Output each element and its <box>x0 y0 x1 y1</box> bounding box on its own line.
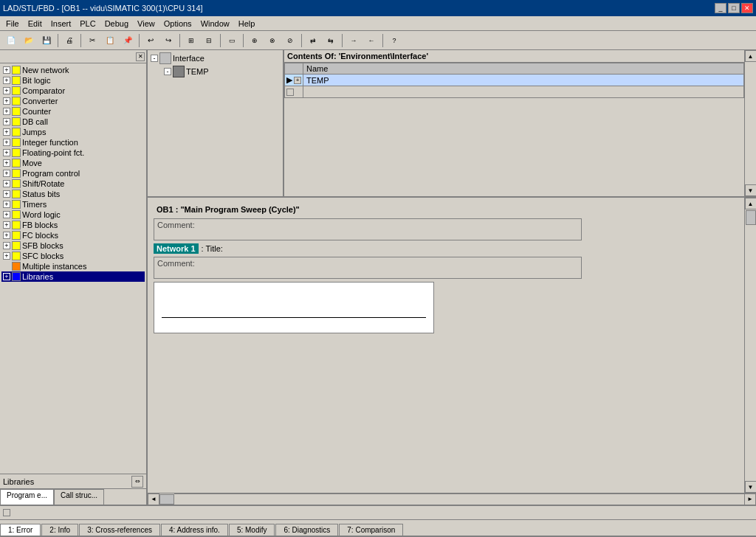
tb-undo[interactable]: ↩ <box>142 33 159 48</box>
expand-counter[interactable]: + <box>3 108 10 115</box>
tree-multiple-instances[interactable]: Multiple instances <box>1 261 145 271</box>
tree-new-network[interactable]: + New network <box>1 65 145 75</box>
info-close[interactable] <box>3 509 10 516</box>
expand-shift-rotate[interactable]: + <box>3 180 10 187</box>
expand-fc-blocks[interactable]: + <box>3 232 10 239</box>
scroll-up-arrow[interactable]: ▲ <box>745 50 757 62</box>
minimize-button[interactable]: _ <box>715 3 726 13</box>
tree-counter[interactable]: + Counter <box>1 106 145 117</box>
network-comment-box[interactable]: Comment: <box>154 257 582 279</box>
scroll-right-arrow[interactable]: ► <box>744 493 756 505</box>
tb-btn10[interactable]: ⊘ <box>282 33 298 48</box>
expand-converter[interactable]: + <box>3 97 10 105</box>
menu-view[interactable]: View <box>133 18 159 30</box>
menu-edit[interactable]: Edit <box>24 18 47 30</box>
expand-floating-point[interactable]: + <box>3 149 10 156</box>
tb-btn5[interactable]: ⊞ <box>183 33 199 48</box>
main-comment-box[interactable]: Comment: <box>154 218 582 240</box>
interface-tree-root[interactable]: - Interface <box>149 52 281 65</box>
btab-error[interactable]: 1: Error <box>0 524 41 536</box>
expand-jumps[interactable]: + <box>3 128 10 136</box>
expand-status-bits[interactable]: + <box>3 190 10 198</box>
expand-db-call[interactable]: + <box>3 118 10 125</box>
btab-comparison[interactable]: 7: Comparison <box>339 524 403 536</box>
tree-fb-blocks[interactable]: + FB blocks <box>1 220 145 230</box>
tree-comparator[interactable]: + Comparator <box>1 86 145 96</box>
restore-button[interactable]: □ <box>728 3 740 13</box>
tree-timers[interactable]: + Timers <box>1 199 145 209</box>
expand-integer-function[interactable]: + <box>3 139 10 146</box>
tree-move[interactable]: + Move <box>1 158 145 168</box>
tree-status-bits[interactable]: + Status bits <box>1 189 145 199</box>
tree-word-logic[interactable]: + Word logic <box>1 209 145 220</box>
tb-cut[interactable]: ✂ <box>84 33 100 48</box>
expand-bit-logic[interactable]: + <box>3 77 10 84</box>
tree-floating-point[interactable]: + Floating-point fct. <box>1 148 145 158</box>
tb-btn12[interactable]: ⇆ <box>323 33 339 48</box>
tree-sfb-blocks[interactable]: + SFB blocks <box>1 240 145 251</box>
tb-print[interactable]: 🖨 <box>61 33 78 48</box>
tree-jumps[interactable]: + Jumps <box>1 127 145 137</box>
tab-program-elements[interactable]: Program e... <box>0 489 54 505</box>
tree-sfc-blocks[interactable]: + SFC blocks <box>1 251 145 261</box>
tb-btn9[interactable]: ⊗ <box>264 33 281 48</box>
expand-interface[interactable]: - <box>151 55 158 62</box>
close-button[interactable]: ✕ <box>741 3 753 13</box>
menu-insert[interactable]: Insert <box>47 18 76 30</box>
expand-temp[interactable]: - <box>164 68 171 75</box>
expand-libraries[interactable]: + <box>3 273 10 280</box>
expand-fb-blocks[interactable]: + <box>3 221 10 229</box>
h-scroll-thumb[interactable] <box>159 494 174 505</box>
left-panel-expand-button[interactable]: ⇔ <box>131 476 143 488</box>
tb-new[interactable]: 📄 <box>3 33 19 48</box>
menu-file[interactable]: File <box>1 18 24 30</box>
tb-open[interactable]: 📂 <box>21 33 37 48</box>
menu-debug[interactable]: Debug <box>100 18 133 30</box>
menu-window[interactable]: Window <box>196 18 234 30</box>
tree-integer-function[interactable]: + Integer function <box>1 137 145 148</box>
tree-converter[interactable]: + Converter <box>1 96 145 106</box>
tb-btn7[interactable]: ▭ <box>224 33 240 48</box>
scroll-left-arrow[interactable]: ◄ <box>148 493 159 505</box>
tree-fc-blocks[interactable]: + FC blocks <box>1 230 145 240</box>
table-row[interactable]: ▶ + TEMP <box>285 75 744 86</box>
btab-address-info[interactable]: 4: Address info. <box>161 524 228 536</box>
expand-timers[interactable]: + <box>3 201 10 208</box>
editor-scroll-up[interactable]: ▲ <box>745 198 757 209</box>
btab-info[interactable]: 2: Info <box>41 524 78 536</box>
tree-program-control[interactable]: + Program control <box>1 168 145 179</box>
tb-btn11[interactable]: ⇄ <box>305 33 321 48</box>
expand-word-logic[interactable]: + <box>3 211 10 218</box>
btab-cross-references[interactable]: 3: Cross-references <box>79 524 160 536</box>
menu-options[interactable]: Options <box>159 18 196 30</box>
editor-scroll-thumb[interactable] <box>746 210 756 225</box>
expand-sfb-blocks[interactable]: + <box>3 242 10 249</box>
tb-btn14[interactable]: ← <box>363 33 379 48</box>
tb-save[interactable]: 💾 <box>38 33 55 48</box>
tb-btn8[interactable]: ⊕ <box>247 33 263 48</box>
menu-help[interactable]: Help <box>234 18 260 30</box>
tb-copy[interactable]: 📋 <box>102 33 118 48</box>
tree-bit-logic[interactable]: + Bit logic <box>1 75 145 86</box>
panel-close-button[interactable]: ✕ <box>136 52 145 61</box>
editor-scroll-down[interactable]: ▼ <box>745 481 757 493</box>
tree-db-call[interactable]: + DB call <box>1 117 145 127</box>
ladder-area[interactable] <box>154 282 434 333</box>
expand-move[interactable]: + <box>3 159 10 167</box>
btab-modify[interactable]: 5: Modify <box>229 524 275 536</box>
editor-area[interactable]: OB1 : "Main Program Sweep (Cycle)" Comme… <box>148 198 744 493</box>
menu-plc[interactable]: PLC <box>75 18 100 30</box>
expand-new-network[interactable]: + <box>3 66 10 74</box>
expand-sfc-blocks[interactable]: + <box>3 252 10 260</box>
btab-diagnostics[interactable]: 6: Diagnostics <box>275 524 338 536</box>
expand-comparator[interactable]: + <box>3 87 10 94</box>
tab-call-structure[interactable]: Call struc... <box>54 489 104 505</box>
tb-btn6[interactable]: ⊟ <box>201 33 217 48</box>
tb-help[interactable]: ? <box>386 33 402 48</box>
tree-shift-rotate[interactable]: + Shift/Rotate <box>1 179 145 189</box>
tree-libraries[interactable]: + Libraries <box>1 271 145 282</box>
interface-tree-temp[interactable]: - TEMP <box>149 65 281 78</box>
expand-program-control[interactable]: + <box>3 170 10 177</box>
tb-paste[interactable]: 📌 <box>120 33 136 48</box>
scroll-down-arrow[interactable]: ▼ <box>745 184 757 196</box>
